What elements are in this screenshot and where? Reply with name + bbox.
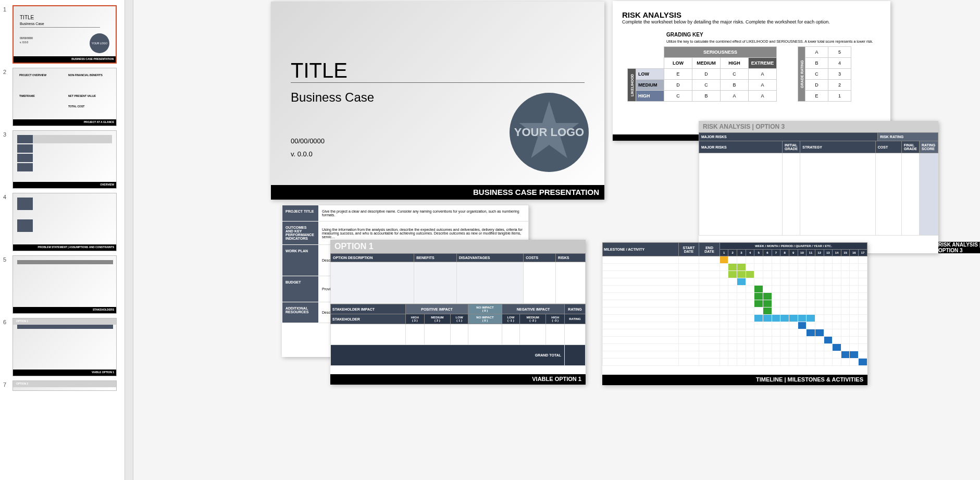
risk-option3-table: MAJOR RISKS RISK RATING xyxy=(699,132,938,141)
risk-matrix-table: SERIOUSNESS LOWMEDIUM HIGHEXTREME LIKELI… xyxy=(627,46,777,102)
thumb-number: 3 xyxy=(3,130,13,138)
slide-thumbnail-3[interactable]: OVERVIEW xyxy=(13,130,117,189)
footer-label: BUSINESS CASE PRESENTATION xyxy=(473,188,599,196)
slide-thumbnail-2[interactable]: PROJECT OVERVIEW NON-FINANCIAL BENEFITS … xyxy=(13,68,117,126)
slide-thumbnail-panel: 1 TITLE Business Case 00/00/0000 v. 0.0.… xyxy=(0,0,125,480)
logo-icon: YOUR LOGO xyxy=(90,33,109,53)
section-title: RISK ANALYSIS xyxy=(622,10,881,19)
footer-label: RISK ANALYSIS | OPTION 3 xyxy=(938,242,980,253)
timeline-table: MILESTONE / ACTIVITY START DATE END DATE… xyxy=(602,242,867,366)
thumb-number: 1 xyxy=(3,5,13,13)
slide-risk-option3[interactable]: RISK ANALYSIS | OPTION 3 MAJOR RISKS RIS… xyxy=(699,121,938,253)
thumb-number: 4 xyxy=(3,193,13,200)
page-title: TITLE xyxy=(291,59,348,82)
stakeholder-impact-table: STAKEHOLDER IMPACT POSITIVE IMPACT NO IM… xyxy=(330,304,586,366)
slide-canvas: TITLE Business Case YOUR LOGO 00/00/0000… xyxy=(133,0,980,480)
thumb-number: 5 xyxy=(3,255,13,263)
logo-placeholder: YOUR LOGO xyxy=(510,93,589,172)
slide-timeline[interactable]: MILESTONE / ACTIVITY START DATE END DATE… xyxy=(602,242,867,385)
option-table: OPTION DESCRIPTIONBENEFITSDISADVANTAGESC… xyxy=(330,253,586,304)
footer-label: TIMELINE | MILESTONES & ACTIVITIES xyxy=(756,376,863,383)
slide-title[interactable]: TITLE Business Case YOUR LOGO 00/00/0000… xyxy=(271,2,604,200)
slide-header: RISK ANALYSIS | OPTION 3 xyxy=(699,121,938,132)
thumb-number: 6 xyxy=(3,318,13,325)
slide-thumbnail-4[interactable]: PROBLEM STATEMENT | ASSUMPTIONS AND CONS… xyxy=(13,193,117,251)
scrollbar[interactable] xyxy=(125,0,133,480)
version-field: v. 0.0.0 xyxy=(291,150,313,158)
page-subtitle: Business Case xyxy=(291,90,374,105)
slide-header: OPTION 1 xyxy=(330,240,586,253)
slide-thumbnail-5[interactable]: STAKEHOLDERS xyxy=(13,255,117,314)
slide-thumbnail-7[interactable]: OPTION 2 xyxy=(13,380,117,391)
slide-thumbnail-1[interactable]: TITLE Business Case 00/00/0000 v. 0.0.0 … xyxy=(13,5,117,64)
slide-risk-analysis[interactable]: RISK ANALYSIS Complete the worksheet bel… xyxy=(613,1,890,141)
slide-option1[interactable]: OPTION 1 OPTION DESCRIPTIONBENEFITSDISAD… xyxy=(330,240,586,385)
thumb-number: 7 xyxy=(3,380,13,388)
date-field: 00/00/0000 xyxy=(291,137,325,145)
thumb-number: 2 xyxy=(3,68,13,75)
slide-thumbnail-6[interactable]: OPTION 1 VIABLE OPTION 1 xyxy=(13,318,117,376)
grade-rating-table: GRADE RATING A5 B4 C3 D2 E1 xyxy=(798,46,851,102)
footer-label: VIABLE OPTION 1 xyxy=(532,376,581,382)
